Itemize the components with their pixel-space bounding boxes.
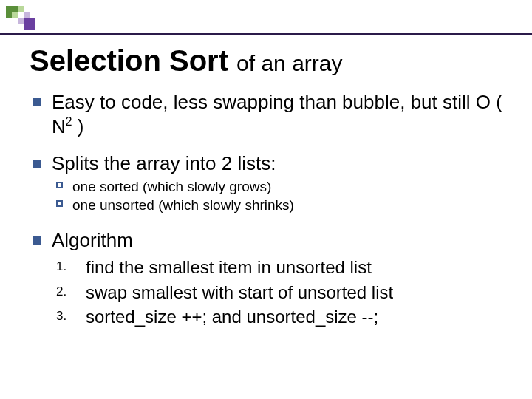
step-text: sorted_size ++; and unsorted_size --; [86,307,378,327]
algorithm-step: sorted_size ++; and unsorted_size --; [52,304,502,330]
square-bullet-icon [33,236,41,245]
bullet-list: Easy to code, less swapping than bubble,… [30,90,502,330]
bullet-text: Splits the array into 2 lists: [52,152,276,174]
text-fragment: ) [72,115,83,137]
step-text: find the smallest item in unsorted list [86,257,372,277]
title-sub: of an array [236,51,342,75]
sub-bullet-item: one unsorted (which slowly shrinks) [52,196,502,215]
sub-bullet-text: one unsorted (which slowly shrinks) [72,197,294,213]
decoration-squares [6,6,35,30]
bullet-item-1: Easy to code, less swapping than bubble,… [30,90,502,138]
algorithm-step: find the smallest item in unsorted list [52,255,502,280]
sub-bullet-list: one sorted (which slowly grows) one unso… [52,177,502,215]
step-text: swap smallest with start of unsorted lis… [86,282,393,302]
hollow-square-bullet-icon [56,182,63,188]
bullet-text: Algorithm [52,229,133,251]
bullet-item-3: Algorithm find the smallest item in unso… [30,228,502,330]
sub-bullet-text: one sorted (which slowly grows) [72,179,271,194]
bullet-item-2: Splits the array into 2 lists: one sorte… [30,151,502,215]
bullet-text: Easy to code, less swapping than bubble,… [52,91,502,137]
content-area: Selection Sort of an array Easy to code,… [30,44,502,343]
hollow-square-bullet-icon [56,200,63,207]
square-bullet-icon [33,98,41,106]
numbered-step-list: find the smallest item in unsorted list … [52,255,502,330]
title-main: Selection Sort [30,44,228,77]
horizontal-rule [0,33,532,35]
slide: Selection Sort of an array Easy to code,… [0,0,532,399]
text-fragment: Easy to code, less swapping than bubble,… [52,91,502,137]
square-bullet-icon [33,160,41,168]
slide-title: Selection Sort of an array [30,44,502,77]
algorithm-step: swap smallest with start of unsorted lis… [52,280,502,305]
sub-bullet-item: one sorted (which slowly grows) [52,177,502,197]
